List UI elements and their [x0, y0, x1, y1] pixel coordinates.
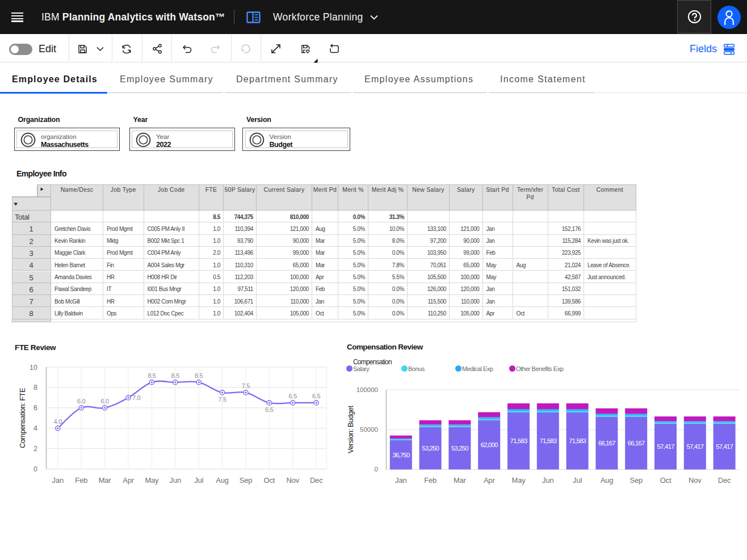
svg-text:10: 10: [30, 364, 37, 372]
svg-text:100000: 100000: [356, 386, 378, 393]
svg-text:53,250: 53,250: [451, 445, 468, 452]
svg-text:66,167: 66,167: [598, 440, 615, 447]
svg-text:4: 4: [33, 424, 37, 432]
svg-text:Mar: Mar: [454, 476, 467, 485]
svg-text:0: 0: [375, 466, 378, 473]
svg-text:Oct: Oct: [660, 476, 672, 485]
svg-text:Jul: Jul: [573, 476, 582, 485]
svg-text:Jul: Jul: [194, 476, 203, 485]
svg-text:Nov: Nov: [689, 476, 702, 485]
svg-text:57,417: 57,417: [657, 443, 674, 450]
svg-text:May: May: [512, 476, 526, 485]
svg-text:Jun: Jun: [170, 476, 181, 485]
svg-text:0: 0: [33, 465, 37, 473]
svg-text:Apr: Apr: [123, 476, 135, 485]
svg-text:4.0: 4.0: [54, 418, 62, 425]
svg-text:Aug: Aug: [601, 476, 614, 485]
svg-text:71,583: 71,583: [510, 437, 527, 444]
svg-text:7.5: 7.5: [242, 382, 250, 389]
svg-text:Sep: Sep: [630, 476, 643, 485]
svg-text:6.5: 6.5: [289, 393, 297, 399]
svg-text:May: May: [145, 476, 159, 485]
svg-text:Jan: Jan: [395, 476, 406, 485]
svg-text:57,417: 57,417: [716, 443, 733, 450]
svg-text:Mar: Mar: [99, 476, 112, 485]
svg-text:7.0: 7.0: [132, 394, 141, 401]
svg-text:Aug: Aug: [216, 476, 229, 485]
svg-text:Nov: Nov: [287, 476, 300, 485]
svg-text:6.5: 6.5: [312, 393, 321, 399]
svg-text:Feb: Feb: [424, 476, 437, 485]
svg-text:8.5: 8.5: [171, 372, 180, 379]
svg-text:8.5: 8.5: [195, 372, 203, 379]
svg-text:2: 2: [33, 445, 37, 453]
svg-text:71,583: 71,583: [539, 437, 556, 444]
svg-text:Dec: Dec: [310, 476, 323, 485]
svg-text:Oct: Oct: [264, 476, 275, 485]
svg-text:6.0: 6.0: [100, 398, 109, 405]
svg-text:6: 6: [33, 404, 37, 412]
svg-text:Version: Budget: Version: Budget: [347, 405, 355, 453]
svg-text:Compensation: FTE: Compensation: FTE: [19, 388, 27, 448]
svg-text:Jan: Jan: [52, 476, 64, 485]
svg-text:6.0: 6.0: [77, 398, 86, 405]
svg-text:Apr: Apr: [484, 476, 496, 485]
svg-text:Dec: Dec: [718, 476, 731, 485]
svg-text:Jun: Jun: [542, 476, 553, 485]
svg-text:36,750: 36,750: [392, 452, 409, 458]
svg-text:8.5: 8.5: [148, 372, 156, 379]
svg-text:71,583: 71,583: [569, 437, 586, 444]
svg-text:53,250: 53,250: [422, 445, 439, 452]
svg-text:50000: 50000: [360, 426, 378, 433]
svg-text:62,000: 62,000: [481, 441, 498, 448]
svg-text:Feb: Feb: [75, 476, 87, 485]
svg-text:66,167: 66,167: [628, 440, 645, 447]
svg-text:57,417: 57,417: [686, 443, 703, 450]
svg-text:6.5: 6.5: [265, 406, 274, 413]
svg-text:Sep: Sep: [240, 476, 253, 485]
svg-text:8: 8: [33, 384, 37, 391]
svg-text:7.5: 7.5: [218, 396, 226, 403]
